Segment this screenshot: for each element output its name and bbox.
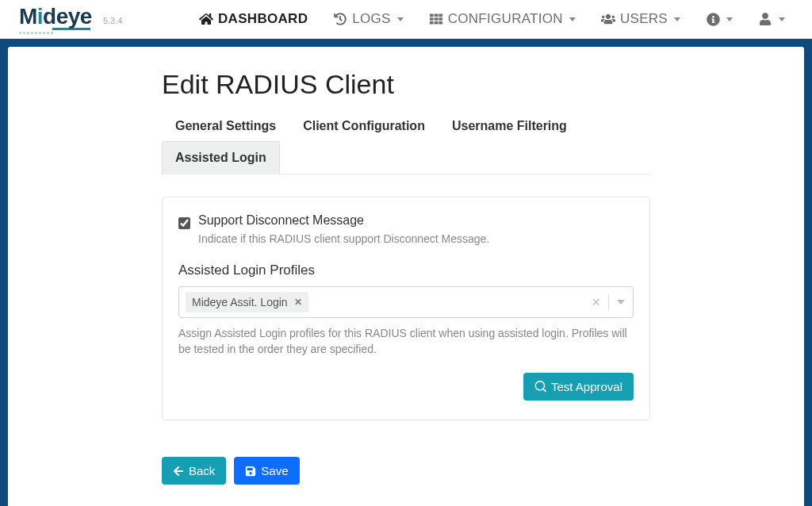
assisted-profiles-help: Assign Assisted Login profiles for this …	[178, 326, 634, 357]
profile-tag: Mideye Assit. Login ✕	[186, 292, 308, 312]
chevron-down-icon	[726, 17, 733, 21]
dropdown-toggle[interactable]	[609, 300, 633, 305]
test-approval-label: Test Approval	[551, 380, 622, 393]
nav-users-label: USERS	[620, 11, 668, 27]
brand[interactable]: Mideye 5.3.4	[19, 4, 122, 34]
panel-assisted-login: Support Disconnect Message Indicate if t…	[162, 197, 650, 420]
nav-account[interactable]	[745, 0, 798, 39]
help-icon	[706, 12, 720, 26]
tab-general-settings[interactable]: General Settings	[162, 109, 289, 142]
save-icon	[245, 466, 256, 477]
page-inner: Edit RADIUS Client General Settings Clie…	[8, 47, 804, 506]
save-button[interactable]: Save	[234, 457, 299, 485]
users-icon	[601, 12, 615, 26]
history-icon	[333, 12, 347, 26]
tab-username-filtering[interactable]: Username Filtering	[439, 109, 580, 142]
nav-users[interactable]: USERS	[588, 0, 693, 39]
chevron-down-icon	[397, 17, 404, 21]
tab-assisted-login[interactable]: Assisted Login	[162, 141, 280, 174]
assisted-profiles-select[interactable]: Mideye Assit. Login ✕ ×	[178, 286, 634, 318]
nav-configuration-label: CONFIGURATION	[448, 11, 563, 27]
user-icon	[758, 12, 772, 26]
nav-logs-label: LOGS	[352, 11, 390, 27]
nav-dashboard[interactable]: DASHBOARD	[186, 0, 320, 39]
page-title: Edit RADIUS Client	[162, 69, 650, 100]
nav-help[interactable]	[693, 0, 745, 39]
brand-logo: Mideye	[19, 4, 92, 29]
top-nav: Mideye 5.3.4 DASHBOARD LOGS CONFIGURATIO…	[0, 0, 812, 39]
arrow-left-icon	[173, 466, 184, 477]
search-icon	[534, 381, 546, 393]
brand-version: 5.3.4	[103, 16, 122, 25]
save-button-label: Save	[261, 464, 288, 477]
support-disconnect-checkbox[interactable]	[178, 217, 190, 229]
clear-icon[interactable]: ×	[584, 294, 609, 311]
chevron-down-icon	[569, 17, 576, 21]
support-disconnect-help: Indicate if this RADIUS client support D…	[198, 232, 634, 245]
test-approval-button[interactable]: Test Approval	[523, 373, 634, 401]
profile-tag-label: Mideye Assit. Login	[192, 296, 288, 309]
assisted-profiles-label: Assisted Login Profiles	[178, 263, 634, 278]
tag-remove-icon[interactable]: ✕	[294, 297, 302, 308]
tabs: General Settings Client Configuration Us…	[162, 109, 650, 174]
support-disconnect-label: Support Disconnect Message	[198, 213, 364, 228]
chevron-down-icon	[674, 17, 680, 21]
back-button-label: Back	[189, 464, 215, 477]
nav-logs[interactable]: LOGS	[320, 0, 416, 39]
grid-icon	[429, 12, 443, 26]
back-button[interactable]: Back	[162, 457, 226, 485]
nav-configuration[interactable]: CONFIGURATION	[416, 0, 588, 39]
page-outer: Edit RADIUS Client General Settings Clie…	[0, 39, 812, 506]
tab-client-configuration[interactable]: Client Configuration	[289, 109, 439, 142]
chevron-down-icon	[617, 300, 625, 305]
nav-dashboard-label: DASHBOARD	[218, 11, 308, 27]
chevron-down-icon	[779, 17, 785, 21]
home-icon	[199, 12, 213, 26]
